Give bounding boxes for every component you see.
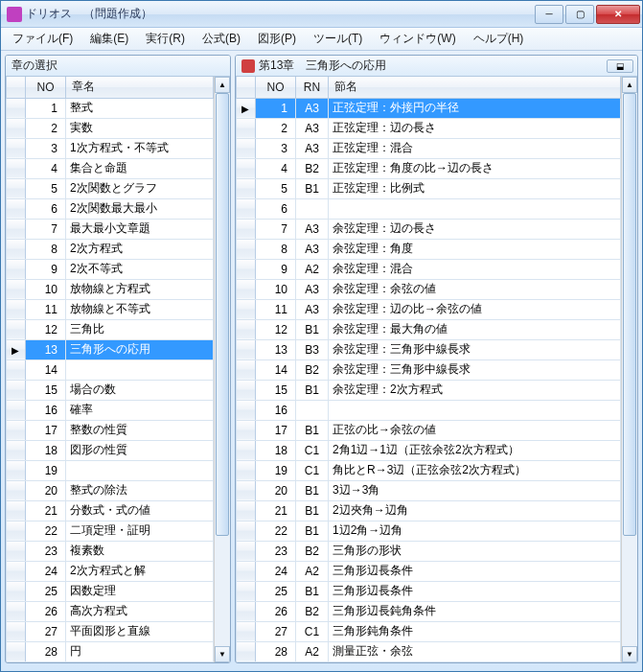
cell-name[interactable]: 1辺2角→辺角 [329,521,621,541]
table-row[interactable]: 242次方程式と解 [7,561,214,581]
cell-name[interactable]: 正弦定理：比例式 [329,178,621,198]
cell-rn[interactable]: B1 [296,420,329,440]
cell-no[interactable]: 2 [26,118,66,138]
section-panel-close-button[interactable]: ⬓ [607,59,633,73]
cell-no[interactable]: 1 [26,98,66,118]
col-name[interactable]: 節名 [329,77,621,98]
scroll-thumb[interactable] [216,93,229,536]
row-header[interactable] [237,339,256,359]
cell-no[interactable]: 13 [26,339,66,359]
row-header[interactable] [237,198,256,219]
cell-no[interactable]: 23 [256,541,296,561]
cell-no[interactable]: 6 [26,198,66,219]
cell-no[interactable]: 15 [26,380,66,400]
cell-rn[interactable] [296,400,329,420]
cell-no[interactable]: 23 [26,541,66,561]
cell-no[interactable]: 7 [26,219,66,239]
row-header[interactable] [237,380,256,400]
table-row[interactable]: 19 [7,460,214,480]
cell-rn[interactable]: C1 [296,460,329,480]
cell-no[interactable]: 1 [256,98,296,118]
cell-no[interactable]: 20 [256,480,296,500]
row-header[interactable] [237,239,256,259]
chapter-grid[interactable]: NO 章名 1整式2実数31次方程式・不等式4集合と命題52次関数とグラフ62次… [6,77,214,662]
cell-rn[interactable]: B1 [296,521,329,541]
scroll-down-button[interactable]: ▼ [215,646,230,662]
col-name[interactable]: 章名 [66,77,214,98]
row-header[interactable]: ▶ [7,339,26,359]
cell-no[interactable]: 18 [26,440,66,460]
cell-rn[interactable]: B1 [296,319,329,339]
cell-no[interactable]: 9 [26,259,66,279]
row-header[interactable] [7,158,26,178]
table-row[interactable]: 23B2三角形の形状 [237,541,621,561]
row-header[interactable] [7,561,26,581]
cell-name[interactable]: 整数の性質 [66,420,214,440]
cell-name[interactable]: 余弦定理：角度 [329,239,621,259]
cell-name[interactable]: 2次関数とグラフ [66,178,214,198]
table-row[interactable]: 2A3正弦定理：辺の長さ [237,118,621,138]
cell-name[interactable]: 余弦定理：三角形中線長求 [329,339,621,359]
cell-name[interactable]: 余弦定理：混合 [329,259,621,279]
cell-no[interactable]: 26 [256,601,296,621]
cell-no[interactable]: 27 [256,621,296,641]
cell-no[interactable]: 21 [26,500,66,521]
cell-name[interactable]: 平面図形と直線 [66,621,214,641]
row-header[interactable] [237,219,256,239]
table-row[interactable]: 21B12辺夾角→辺角 [237,500,621,521]
menu-item[interactable]: ファイル(F) [5,28,80,50]
row-header[interactable] [237,601,256,621]
cell-rn[interactable]: B2 [296,601,329,621]
cell-name[interactable]: 余弦定理：三角形中線長求 [329,359,621,380]
cell-rn[interactable]: B1 [296,480,329,500]
cell-name[interactable]: 2角1辺→1辺（正弦余弦2次方程式） [329,440,621,460]
cell-no[interactable]: 4 [256,158,296,178]
table-row[interactable]: 6 [237,198,621,219]
row-header[interactable] [237,359,256,380]
table-row[interactable]: 52次関数とグラフ [7,178,214,198]
row-header[interactable] [237,138,256,158]
col-no[interactable]: NO [26,77,66,98]
cell-name[interactable]: 2次方程式 [66,239,214,259]
section-scrollbar[interactable]: ▲ ▼ [621,77,637,662]
table-row[interactable]: 22二項定理・証明 [7,521,214,541]
cell-no[interactable]: 2 [256,118,296,138]
cell-no[interactable]: 21 [256,500,296,521]
row-header[interactable] [7,621,26,641]
cell-name[interactable]: 三角比 [66,319,214,339]
cell-name[interactable]: 2辺夾角→辺角 [329,500,621,521]
row-header[interactable] [237,561,256,581]
menu-item[interactable]: ヘルプ(H) [466,28,532,50]
cell-name[interactable] [66,359,214,380]
row-header[interactable] [237,420,256,440]
table-row[interactable]: 1整式 [7,98,214,118]
row-header[interactable] [237,621,256,641]
cell-name[interactable]: 因数定理 [66,581,214,601]
row-header[interactable] [237,641,256,661]
cell-name[interactable]: 三角形鈍角条件 [329,621,621,641]
row-header[interactable] [237,118,256,138]
table-row[interactable]: 3A3正弦定理：混合 [237,138,621,158]
cell-rn[interactable]: B1 [296,178,329,198]
table-row[interactable]: 10A3余弦定理：余弦の値 [237,279,621,299]
table-row[interactable]: 16確率 [7,400,214,420]
row-header[interactable] [7,420,26,440]
row-header[interactable] [237,279,256,299]
cell-name[interactable]: 最大最小文章題 [66,219,214,239]
row-header[interactable] [7,541,26,561]
cell-name[interactable]: 確率 [66,400,214,420]
cell-name[interactable]: 放物線と不等式 [66,299,214,319]
cell-name[interactable]: 余弦定理：辺の長さ [329,219,621,239]
cell-name[interactable]: 三角形への応用 [66,339,214,359]
row-header[interactable] [7,138,26,158]
row-header[interactable] [7,239,26,259]
cell-name[interactable]: 余弦定理：最大角の値 [329,319,621,339]
row-header[interactable] [237,158,256,178]
cell-name[interactable] [329,198,621,219]
table-row[interactable]: 27平面図形と直線 [7,621,214,641]
cell-no[interactable]: 4 [26,158,66,178]
cell-no[interactable]: 26 [26,601,66,621]
cell-rn[interactable]: B2 [296,359,329,380]
cell-no[interactable]: 28 [256,641,296,661]
cell-name[interactable]: 整式の除法 [66,480,214,500]
